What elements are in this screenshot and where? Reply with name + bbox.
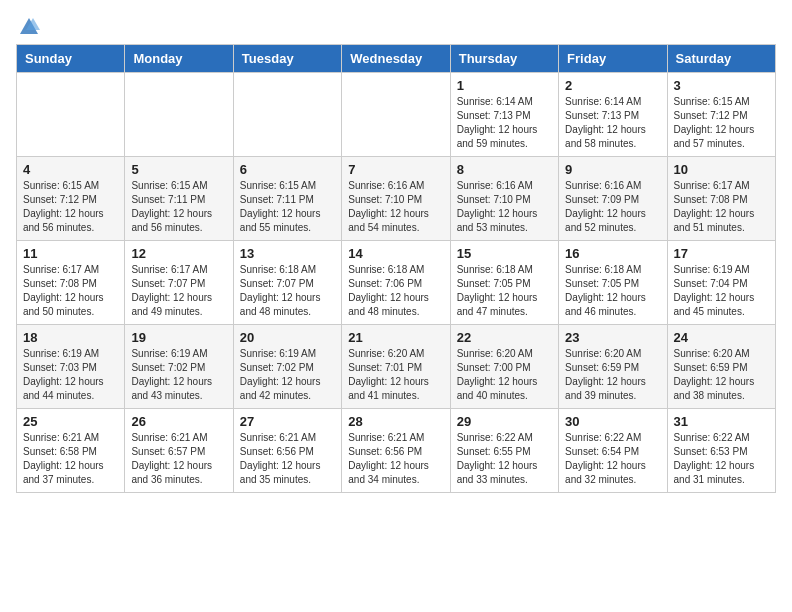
day-info: Sunrise: 6:18 AM Sunset: 7:07 PM Dayligh…: [240, 263, 335, 319]
calendar-cell: 29Sunrise: 6:22 AM Sunset: 6:55 PM Dayli…: [450, 409, 558, 493]
calendar-cell: 21Sunrise: 6:20 AM Sunset: 7:01 PM Dayli…: [342, 325, 450, 409]
calendar-cell: 17Sunrise: 6:19 AM Sunset: 7:04 PM Dayli…: [667, 241, 775, 325]
day-info: Sunrise: 6:18 AM Sunset: 7:05 PM Dayligh…: [565, 263, 660, 319]
calendar-cell: 4Sunrise: 6:15 AM Sunset: 7:12 PM Daylig…: [17, 157, 125, 241]
calendar-cell: 8Sunrise: 6:16 AM Sunset: 7:10 PM Daylig…: [450, 157, 558, 241]
calendar-week-4: 25Sunrise: 6:21 AM Sunset: 6:58 PM Dayli…: [17, 409, 776, 493]
calendar-week-0: 1Sunrise: 6:14 AM Sunset: 7:13 PM Daylig…: [17, 73, 776, 157]
calendar-cell: 14Sunrise: 6:18 AM Sunset: 7:06 PM Dayli…: [342, 241, 450, 325]
calendar-week-1: 4Sunrise: 6:15 AM Sunset: 7:12 PM Daylig…: [17, 157, 776, 241]
day-info: Sunrise: 6:16 AM Sunset: 7:10 PM Dayligh…: [348, 179, 443, 235]
calendar-cell: 26Sunrise: 6:21 AM Sunset: 6:57 PM Dayli…: [125, 409, 233, 493]
day-info: Sunrise: 6:20 AM Sunset: 6:59 PM Dayligh…: [565, 347, 660, 403]
day-info: Sunrise: 6:19 AM Sunset: 7:04 PM Dayligh…: [674, 263, 769, 319]
day-info: Sunrise: 6:17 AM Sunset: 7:08 PM Dayligh…: [674, 179, 769, 235]
calendar-header-monday: Monday: [125, 45, 233, 73]
calendar-cell: 3Sunrise: 6:15 AM Sunset: 7:12 PM Daylig…: [667, 73, 775, 157]
calendar-cell: [342, 73, 450, 157]
day-info: Sunrise: 6:21 AM Sunset: 6:57 PM Dayligh…: [131, 431, 226, 487]
calendar-body: 1Sunrise: 6:14 AM Sunset: 7:13 PM Daylig…: [17, 73, 776, 493]
calendar: SundayMondayTuesdayWednesdayThursdayFrid…: [16, 44, 776, 493]
logo: [16, 16, 40, 34]
day-number: 19: [131, 330, 226, 345]
logo-icon: [18, 16, 40, 38]
calendar-cell: 19Sunrise: 6:19 AM Sunset: 7:02 PM Dayli…: [125, 325, 233, 409]
calendar-cell: 31Sunrise: 6:22 AM Sunset: 6:53 PM Dayli…: [667, 409, 775, 493]
calendar-cell: 13Sunrise: 6:18 AM Sunset: 7:07 PM Dayli…: [233, 241, 341, 325]
calendar-header-friday: Friday: [559, 45, 667, 73]
day-info: Sunrise: 6:21 AM Sunset: 6:58 PM Dayligh…: [23, 431, 118, 487]
calendar-cell: 5Sunrise: 6:15 AM Sunset: 7:11 PM Daylig…: [125, 157, 233, 241]
calendar-cell: 1Sunrise: 6:14 AM Sunset: 7:13 PM Daylig…: [450, 73, 558, 157]
day-number: 22: [457, 330, 552, 345]
calendar-cell: 2Sunrise: 6:14 AM Sunset: 7:13 PM Daylig…: [559, 73, 667, 157]
day-number: 12: [131, 246, 226, 261]
calendar-cell: 15Sunrise: 6:18 AM Sunset: 7:05 PM Dayli…: [450, 241, 558, 325]
day-number: 3: [674, 78, 769, 93]
day-info: Sunrise: 6:18 AM Sunset: 7:05 PM Dayligh…: [457, 263, 552, 319]
day-number: 21: [348, 330, 443, 345]
day-info: Sunrise: 6:16 AM Sunset: 7:10 PM Dayligh…: [457, 179, 552, 235]
calendar-cell: 25Sunrise: 6:21 AM Sunset: 6:58 PM Dayli…: [17, 409, 125, 493]
day-number: 25: [23, 414, 118, 429]
day-info: Sunrise: 6:18 AM Sunset: 7:06 PM Dayligh…: [348, 263, 443, 319]
day-info: Sunrise: 6:15 AM Sunset: 7:11 PM Dayligh…: [131, 179, 226, 235]
calendar-week-3: 18Sunrise: 6:19 AM Sunset: 7:03 PM Dayli…: [17, 325, 776, 409]
day-number: 2: [565, 78, 660, 93]
calendar-cell: 18Sunrise: 6:19 AM Sunset: 7:03 PM Dayli…: [17, 325, 125, 409]
day-number: 29: [457, 414, 552, 429]
day-number: 16: [565, 246, 660, 261]
day-info: Sunrise: 6:14 AM Sunset: 7:13 PM Dayligh…: [457, 95, 552, 151]
calendar-header-row: SundayMondayTuesdayWednesdayThursdayFrid…: [17, 45, 776, 73]
calendar-cell: 28Sunrise: 6:21 AM Sunset: 6:56 PM Dayli…: [342, 409, 450, 493]
day-info: Sunrise: 6:21 AM Sunset: 6:56 PM Dayligh…: [240, 431, 335, 487]
calendar-week-2: 11Sunrise: 6:17 AM Sunset: 7:08 PM Dayli…: [17, 241, 776, 325]
calendar-cell: 30Sunrise: 6:22 AM Sunset: 6:54 PM Dayli…: [559, 409, 667, 493]
calendar-cell: 7Sunrise: 6:16 AM Sunset: 7:10 PM Daylig…: [342, 157, 450, 241]
day-number: 5: [131, 162, 226, 177]
calendar-cell: 6Sunrise: 6:15 AM Sunset: 7:11 PM Daylig…: [233, 157, 341, 241]
day-number: 9: [565, 162, 660, 177]
day-number: 31: [674, 414, 769, 429]
day-number: 7: [348, 162, 443, 177]
day-number: 13: [240, 246, 335, 261]
day-info: Sunrise: 6:14 AM Sunset: 7:13 PM Dayligh…: [565, 95, 660, 151]
day-info: Sunrise: 6:21 AM Sunset: 6:56 PM Dayligh…: [348, 431, 443, 487]
calendar-cell: 24Sunrise: 6:20 AM Sunset: 6:59 PM Dayli…: [667, 325, 775, 409]
day-info: Sunrise: 6:19 AM Sunset: 7:02 PM Dayligh…: [240, 347, 335, 403]
calendar-cell: [233, 73, 341, 157]
day-info: Sunrise: 6:15 AM Sunset: 7:11 PM Dayligh…: [240, 179, 335, 235]
day-info: Sunrise: 6:22 AM Sunset: 6:54 PM Dayligh…: [565, 431, 660, 487]
day-info: Sunrise: 6:20 AM Sunset: 7:01 PM Dayligh…: [348, 347, 443, 403]
day-info: Sunrise: 6:20 AM Sunset: 7:00 PM Dayligh…: [457, 347, 552, 403]
day-number: 6: [240, 162, 335, 177]
day-number: 17: [674, 246, 769, 261]
day-info: Sunrise: 6:15 AM Sunset: 7:12 PM Dayligh…: [23, 179, 118, 235]
calendar-cell: 16Sunrise: 6:18 AM Sunset: 7:05 PM Dayli…: [559, 241, 667, 325]
calendar-cell: 12Sunrise: 6:17 AM Sunset: 7:07 PM Dayli…: [125, 241, 233, 325]
calendar-cell: 20Sunrise: 6:19 AM Sunset: 7:02 PM Dayli…: [233, 325, 341, 409]
day-number: 28: [348, 414, 443, 429]
day-info: Sunrise: 6:19 AM Sunset: 7:02 PM Dayligh…: [131, 347, 226, 403]
day-info: Sunrise: 6:15 AM Sunset: 7:12 PM Dayligh…: [674, 95, 769, 151]
calendar-header-wednesday: Wednesday: [342, 45, 450, 73]
day-number: 10: [674, 162, 769, 177]
calendar-cell: 27Sunrise: 6:21 AM Sunset: 6:56 PM Dayli…: [233, 409, 341, 493]
day-info: Sunrise: 6:22 AM Sunset: 6:53 PM Dayligh…: [674, 431, 769, 487]
day-number: 11: [23, 246, 118, 261]
day-number: 4: [23, 162, 118, 177]
day-number: 18: [23, 330, 118, 345]
header: [16, 16, 776, 34]
calendar-cell: 22Sunrise: 6:20 AM Sunset: 7:00 PM Dayli…: [450, 325, 558, 409]
day-number: 30: [565, 414, 660, 429]
calendar-header-tuesday: Tuesday: [233, 45, 341, 73]
day-info: Sunrise: 6:17 AM Sunset: 7:07 PM Dayligh…: [131, 263, 226, 319]
calendar-cell: 23Sunrise: 6:20 AM Sunset: 6:59 PM Dayli…: [559, 325, 667, 409]
calendar-cell: 11Sunrise: 6:17 AM Sunset: 7:08 PM Dayli…: [17, 241, 125, 325]
day-info: Sunrise: 6:17 AM Sunset: 7:08 PM Dayligh…: [23, 263, 118, 319]
day-number: 26: [131, 414, 226, 429]
day-info: Sunrise: 6:19 AM Sunset: 7:03 PM Dayligh…: [23, 347, 118, 403]
calendar-header-saturday: Saturday: [667, 45, 775, 73]
calendar-header-sunday: Sunday: [17, 45, 125, 73]
day-info: Sunrise: 6:20 AM Sunset: 6:59 PM Dayligh…: [674, 347, 769, 403]
